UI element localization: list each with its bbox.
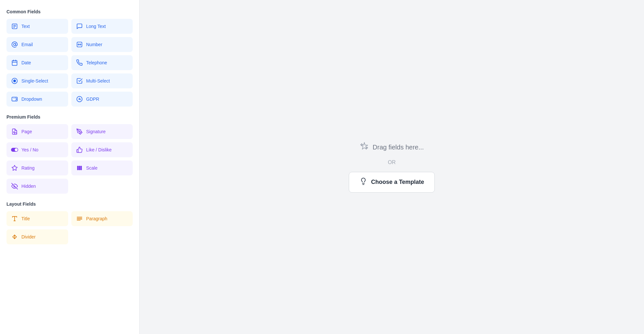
like-dislike-icon: [76, 146, 83, 153]
field-number[interactable]: Number: [71, 37, 133, 52]
field-scale[interactable]: Scale: [71, 161, 133, 175]
field-paragraph[interactable]: Paragraph: [71, 211, 133, 226]
common-fields-section: Common Fields Text: [6, 9, 133, 107]
scale-icon: [76, 164, 83, 172]
date-icon: [11, 59, 18, 66]
svg-point-31: [77, 169, 78, 170]
field-text[interactable]: Text: [6, 19, 68, 34]
field-email[interactable]: Email: [6, 37, 68, 52]
multi-select-icon: [76, 77, 83, 84]
field-single-select[interactable]: Single-Select: [6, 73, 68, 88]
or-divider: OR: [388, 160, 396, 165]
yes-no-icon: [11, 146, 18, 153]
field-telephone[interactable]: Telephone: [71, 55, 133, 70]
field-paragraph-label: Paragraph: [86, 216, 107, 221]
layout-fields-section: Layout Fields Title: [6, 201, 133, 244]
field-rating[interactable]: Rating: [6, 161, 68, 175]
rating-icon: [11, 164, 18, 172]
svg-point-32: [79, 169, 80, 170]
choose-template-label: Choose a Template: [371, 179, 424, 186]
field-signature[interactable]: Signature: [71, 124, 133, 139]
field-text-label: Text: [21, 24, 30, 29]
field-rating-label: Rating: [21, 165, 34, 171]
field-page[interactable]: Page: [6, 124, 68, 139]
premium-fields-title: Premium Fields: [6, 114, 133, 120]
layout-fields-grid: Title Paragraph: [6, 211, 133, 244]
bulb-icon: [359, 177, 367, 187]
svg-marker-24: [12, 165, 18, 171]
drop-zone: Drag fields here... OR Choose a Template: [349, 142, 435, 193]
field-divider[interactable]: Divider: [6, 229, 68, 244]
field-scale-label: Scale: [86, 165, 98, 171]
field-page-label: Page: [21, 129, 32, 134]
field-date[interactable]: Date: [6, 55, 68, 70]
drag-hint: Drag fields here...: [360, 142, 424, 153]
field-multi-select[interactable]: Multi-Select: [71, 73, 133, 88]
svg-text:EU: EU: [78, 98, 81, 100]
choose-template-button[interactable]: Choose a Template: [349, 172, 435, 193]
svg-point-25: [77, 167, 78, 168]
field-like-dislike-label: Like / Dislike: [86, 147, 112, 152]
field-gdpr[interactable]: EU GDPR: [71, 92, 133, 107]
svg-point-27: [80, 167, 81, 168]
email-icon: [11, 41, 18, 48]
svg-point-23: [15, 148, 18, 151]
common-fields-grid: Text Long Text Email: [6, 19, 133, 107]
main-drop-area: Drag fields here... OR Choose a Template: [140, 0, 644, 334]
premium-fields-section: Premium Fields Page: [6, 114, 133, 194]
field-date-label: Date: [21, 60, 31, 65]
field-title[interactable]: Title: [6, 211, 68, 226]
field-dropdown-label: Dropdown: [21, 96, 42, 102]
telephone-icon: [76, 59, 83, 66]
field-yes-no[interactable]: Yes / No: [6, 142, 68, 157]
title-icon: [11, 215, 18, 222]
gdpr-icon: EU: [76, 96, 83, 103]
field-yes-no-label: Yes / No: [21, 147, 38, 152]
long-text-icon: [76, 23, 83, 30]
common-fields-title: Common Fields: [6, 9, 133, 14]
field-title-label: Title: [21, 216, 30, 221]
field-hidden[interactable]: Hidden: [6, 179, 68, 194]
svg-point-14: [14, 80, 16, 82]
field-email-label: Email: [21, 42, 33, 47]
field-long-text[interactable]: Long Text: [71, 19, 133, 34]
hidden-icon: [11, 183, 18, 190]
field-multi-select-label: Multi-Select: [86, 78, 110, 84]
field-single-select-label: Single-Select: [21, 78, 48, 84]
text-icon: [11, 23, 18, 30]
svg-point-4: [14, 44, 16, 46]
layout-fields-title: Layout Fields: [6, 201, 133, 207]
svg-point-33: [80, 169, 81, 170]
svg-point-29: [79, 166, 80, 167]
signature-icon: [76, 128, 83, 135]
number-icon: [76, 41, 83, 48]
field-gdpr-label: GDPR: [86, 96, 99, 102]
field-number-label: Number: [86, 42, 103, 47]
svg-rect-9: [12, 60, 17, 65]
svg-point-26: [79, 167, 80, 168]
sparkle-icon: [360, 142, 369, 153]
field-like-dislike[interactable]: Like / Dislike: [71, 142, 133, 157]
page-icon: [11, 128, 18, 135]
field-long-text-label: Long Text: [86, 24, 106, 29]
field-telephone-label: Telephone: [86, 60, 107, 65]
paragraph-icon: [76, 215, 83, 222]
svg-point-21: [79, 131, 79, 132]
dropdown-icon: [11, 96, 18, 103]
svg-point-30: [80, 166, 81, 167]
divider-icon: [11, 233, 18, 240]
single-select-icon: [11, 77, 18, 84]
svg-point-20: [14, 132, 15, 133]
field-signature-label: Signature: [86, 129, 106, 134]
field-divider-label: Divider: [21, 234, 36, 239]
field-hidden-label: Hidden: [21, 184, 36, 189]
premium-fields-grid: Page Signature: [6, 124, 133, 194]
svg-point-28: [77, 166, 78, 167]
sidebar: Common Fields Text: [0, 0, 140, 334]
field-dropdown[interactable]: Dropdown: [6, 92, 68, 107]
drag-hint-text: Drag fields here...: [373, 144, 424, 151]
